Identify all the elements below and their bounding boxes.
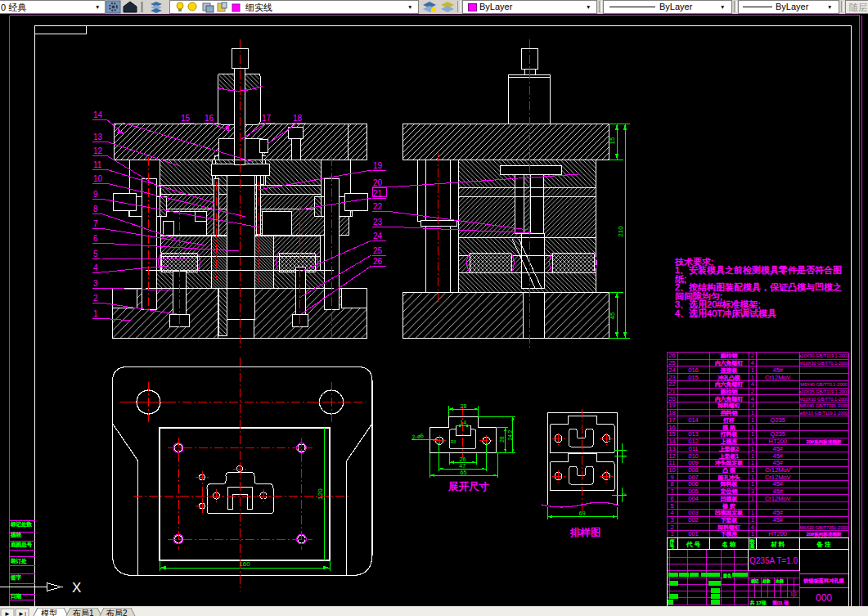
svg-text:1: 1 xyxy=(751,430,754,438)
svg-text:23: 23 xyxy=(373,218,383,227)
svg-text:005: 005 xyxy=(688,488,699,495)
svg-text:►: ► xyxy=(4,610,11,616)
svg-text:装订处: 装订处 xyxy=(11,558,27,564)
svg-text:模 柄: 模 柄 xyxy=(722,425,735,431)
svg-text:22: 22 xyxy=(668,380,675,388)
svg-text:3: 3 xyxy=(751,402,754,409)
svg-text:15: 15 xyxy=(609,137,616,144)
svg-text:6: 6 xyxy=(670,495,673,502)
svg-text:1: 1 xyxy=(751,466,754,474)
svg-text:1、安装模具之前检测模具零件是否符合图: 1、安装模具之前检测模具零件是否符合图 xyxy=(675,265,842,275)
svg-text:7: 7 xyxy=(93,219,98,228)
svg-text:第01 张: 第01 张 xyxy=(772,600,789,606)
svg-text:4: 4 xyxy=(751,359,754,366)
svg-text:M10X30 GB/T70.1-2000: M10X30 GB/T70.1-2000 xyxy=(799,397,849,402)
svg-text:13: 13 xyxy=(668,445,675,452)
svg-text:1:1: 1:1 xyxy=(790,591,798,596)
svg-text:45#: 45# xyxy=(772,452,783,460)
svg-text:量: 量 xyxy=(750,544,755,549)
svg-text:备 注: 备 注 xyxy=(816,541,831,548)
svg-text:69: 69 xyxy=(579,510,586,516)
svg-text:描校: 描校 xyxy=(11,532,22,538)
svg-text:8: 8 xyxy=(670,480,673,488)
svg-text:橡 胶: 橡 胶 xyxy=(722,503,735,510)
svg-text:X: X xyxy=(72,580,81,596)
svg-text:凹模固定板: 凹模固定板 xyxy=(715,510,743,516)
svg-text:M8X40 GB/T7221-2000: M8X40 GB/T7221-2000 xyxy=(799,403,848,408)
svg-text:处数: 处数 xyxy=(762,578,771,584)
svg-text:26: 26 xyxy=(460,456,466,462)
svg-text:12: 12 xyxy=(93,146,103,155)
svg-text:冲孔凸模: 冲孔凸模 xyxy=(717,375,740,381)
svg-text:名 称: 名 称 xyxy=(722,541,736,548)
svg-text:210: 210 xyxy=(617,226,624,237)
svg-text:铰链板落料冲孔模: 铰链板落料冲孔模 xyxy=(803,578,844,584)
svg-text:1: 1 xyxy=(751,424,754,431)
svg-text:45#: 45# xyxy=(772,488,783,495)
svg-text:2: 2 xyxy=(751,388,754,395)
svg-text:圆柱销: 圆柱销 xyxy=(721,389,738,395)
svg-text:7: 7 xyxy=(670,488,673,495)
svg-text:1: 1 xyxy=(670,530,673,537)
svg-text:凹模板: 凹模板 xyxy=(721,496,738,501)
svg-text:015: 015 xyxy=(688,374,699,381)
svg-text:3: 3 xyxy=(670,516,673,524)
svg-text:120: 120 xyxy=(317,488,324,500)
svg-text:45#: 45# xyxy=(772,509,783,516)
svg-text:18: 18 xyxy=(668,409,675,416)
svg-text:014: 014 xyxy=(688,416,699,424)
svg-text:17: 17 xyxy=(668,416,675,424)
svg-text:011: 011 xyxy=(689,445,699,452)
svg-text:008: 008 xyxy=(688,466,699,474)
svg-text:22: 22 xyxy=(373,202,383,211)
svg-text:挡料销: 挡料销 xyxy=(721,410,738,416)
svg-text:1: 1 xyxy=(751,480,754,488)
svg-text:19: 19 xyxy=(373,161,383,170)
svg-text:012: 012 xyxy=(688,438,699,445)
svg-text:20#系列标准模架: 20#系列标准模架 xyxy=(807,439,842,445)
svg-text:4: 4 xyxy=(93,263,98,272)
svg-text:Q235: Q235 xyxy=(771,416,785,424)
svg-text:004: 004 xyxy=(688,495,699,502)
svg-text:连接板: 连接板 xyxy=(721,367,738,374)
svg-text:45#: 45# xyxy=(772,480,783,488)
svg-text:M8X40 GB/T70.1-2000: M8X40 GB/T70.1-2000 xyxy=(800,382,848,387)
svg-text:R3: R3 xyxy=(451,439,456,444)
svg-text:内六角螺钉: 内六角螺钉 xyxy=(715,381,743,388)
svg-text:26: 26 xyxy=(499,436,505,443)
svg-text:2: 2 xyxy=(93,294,98,303)
svg-text:19: 19 xyxy=(668,402,675,409)
svg-text:Cr12MoV: Cr12MoV xyxy=(765,374,791,381)
svg-text:17: 17 xyxy=(262,114,272,123)
svg-text:18: 18 xyxy=(293,114,303,123)
svg-text:45#: 45# xyxy=(772,445,783,452)
svg-text:4: 4 xyxy=(751,380,754,388)
svg-text:1: 1 xyxy=(751,452,754,460)
svg-text:卸料螺钉: 卸料螺钉 xyxy=(717,402,740,409)
svg-text:排样图: 排样图 xyxy=(570,527,601,538)
svg-text:009: 009 xyxy=(688,459,699,466)
svg-text:Q235: Q235 xyxy=(771,430,785,438)
svg-text:006: 006 xyxy=(688,480,699,488)
svg-text:001: 001 xyxy=(688,530,699,537)
svg-text:1: 1 xyxy=(751,495,754,502)
svg-text:14: 14 xyxy=(460,420,466,425)
svg-text:28: 28 xyxy=(461,403,467,409)
svg-text:1: 1 xyxy=(751,416,754,424)
svg-text:016: 016 xyxy=(688,366,699,374)
svg-text:1: 1 xyxy=(751,530,754,537)
svg-text:1: 1 xyxy=(751,474,754,481)
svg-text:布局2: 布局2 xyxy=(106,609,128,616)
svg-text:►|: ►| xyxy=(18,610,26,616)
svg-text:24.2: 24.2 xyxy=(507,429,513,440)
svg-text:日期: 日期 xyxy=(11,593,21,599)
svg-text:160: 160 xyxy=(239,560,250,568)
svg-text:5: 5 xyxy=(670,502,673,510)
svg-text:材 料: 材 料 xyxy=(771,541,785,548)
svg-text:Cr12MoV: Cr12MoV xyxy=(765,474,791,481)
svg-text:共 17张: 共 17张 xyxy=(750,600,767,606)
svg-text:14: 14 xyxy=(668,438,675,445)
svg-text:16: 16 xyxy=(668,424,675,431)
svg-text:下垫板: 下垫板 xyxy=(721,517,738,524)
svg-text:下模座: 下模座 xyxy=(721,531,738,537)
